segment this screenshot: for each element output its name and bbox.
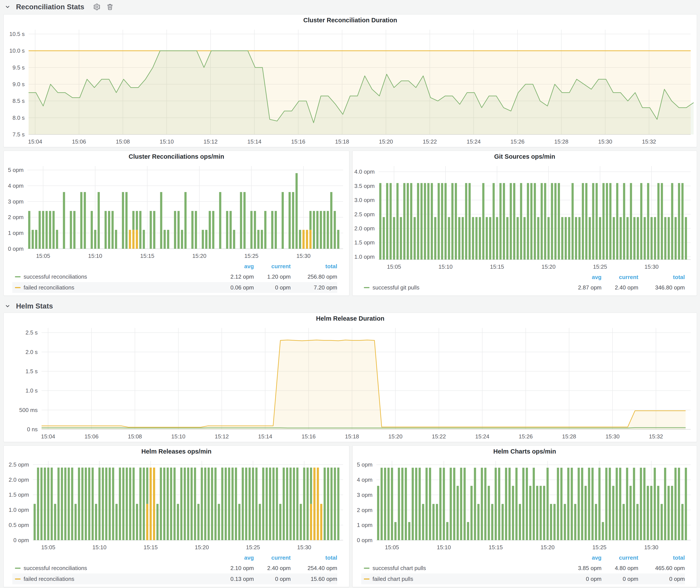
- svg-text:15:12: 15:12: [203, 138, 218, 145]
- legend-series-label[interactable]: successful reconciliations: [24, 273, 87, 280]
- svg-text:15:24: 15:24: [467, 138, 481, 145]
- legend-value-avg: 0.13 opm: [213, 576, 254, 582]
- svg-text:15:30: 15:30: [605, 433, 619, 440]
- svg-text:15:25: 15:25: [244, 253, 258, 259]
- svg-text:3 opm: 3 opm: [8, 198, 24, 205]
- panel-title[interactable]: Git Sources ops/min: [353, 151, 697, 162]
- svg-text:15:18: 15:18: [345, 433, 359, 440]
- legend-series-label[interactable]: failed chart pulls: [373, 576, 413, 582]
- svg-text:9.5 s: 9.5 s: [13, 64, 25, 71]
- legend-series-label[interactable]: failed reconciliations: [24, 576, 74, 582]
- chevron-down-icon[interactable]: [5, 4, 10, 10]
- legend-value-current: 2.40 opm: [602, 284, 638, 291]
- legend-value-avg: 3.85 opm: [560, 565, 602, 572]
- svg-text:0 opm: 0 opm: [357, 537, 373, 543]
- legend-row[interactable]: successful chart pulls3.85 opm4.80 opm46…: [361, 563, 685, 573]
- legend-row[interactable]: successful reconciliations2.12 opm1.20 o…: [12, 271, 337, 282]
- legend-column-total[interactable]: total: [291, 263, 337, 270]
- section-helm-stats[interactable]: Helm Stats: [5, 301, 53, 311]
- section-reconciliation-stats[interactable]: Reconciliation Stats: [5, 2, 114, 12]
- svg-text:15:30: 15:30: [598, 138, 612, 145]
- legend-series-label[interactable]: successful chart pulls: [373, 565, 426, 572]
- legend-column-current[interactable]: current: [602, 554, 638, 561]
- legend-series-label[interactable]: successful git pulls: [373, 284, 419, 291]
- panel-title[interactable]: Cluster Reconciliation Duration: [4, 15, 697, 26]
- svg-text:10.5 s: 10.5 s: [9, 31, 25, 37]
- svg-text:3.5 opm: 3.5 opm: [354, 183, 375, 189]
- svg-text:15:10: 15:10: [160, 138, 174, 145]
- series-color-swatch-icon: [364, 568, 369, 569]
- legend-helm-charts: avgcurrenttotalsuccessful chart pulls3.8…: [353, 553, 697, 587]
- legend-git-sources: avgcurrenttotalsuccessful git pulls2.87 …: [353, 272, 697, 296]
- legend-column-current[interactable]: current: [254, 554, 291, 561]
- chart-helm-charts-ops[interactable]: 5 opm4 opm3 opm2 opm1 opm0 opm15:0515:10…: [353, 457, 697, 553]
- chart-cluster-reconciliation-duration[interactable]: 10.5 s10.0 s9.5 s9.0 s8.5 s8.0 s7.5 s15:…: [4, 26, 697, 147]
- svg-text:2 opm: 2 opm: [357, 507, 373, 513]
- legend-value-avg: 2.87 opm: [560, 284, 602, 291]
- chart-helm-release-duration[interactable]: 2.5 s2.0 s1.5 s1.0 s500 ms0 ns15:0415:06…: [4, 324, 697, 442]
- legend-column-total[interactable]: total: [638, 554, 685, 561]
- chevron-down-icon[interactable]: [5, 303, 10, 309]
- svg-text:15:32: 15:32: [642, 138, 656, 145]
- panel-title[interactable]: Helm Releases ops/min: [4, 446, 349, 457]
- svg-text:15:10: 15:10: [92, 544, 106, 551]
- legend-series-label[interactable]: failed reconciliations: [24, 284, 74, 291]
- svg-text:15:16: 15:16: [291, 138, 305, 145]
- legend-row[interactable]: failed reconciliations0.13 opm0 opm15.60…: [12, 573, 337, 584]
- trash-icon[interactable]: [106, 3, 114, 11]
- legend-column-avg[interactable]: avg: [213, 554, 254, 561]
- legend-column-avg[interactable]: avg: [560, 554, 602, 561]
- svg-text:15:30: 15:30: [644, 544, 658, 551]
- svg-text:15:32: 15:32: [649, 433, 663, 440]
- svg-text:15:08: 15:08: [128, 433, 142, 440]
- legend-value-current: 1.20 opm: [254, 273, 291, 280]
- section-title[interactable]: Reconciliation Stats: [16, 3, 84, 11]
- chart-helm-releases-ops[interactable]: 2.5 opm2.0 opm1.5 opm1.0 opm0.5 opm0 opm…: [4, 457, 349, 553]
- svg-text:15:25: 15:25: [246, 544, 260, 551]
- svg-text:15:16: 15:16: [302, 433, 316, 440]
- section-title[interactable]: Helm Stats: [16, 302, 53, 310]
- legend-column-avg[interactable]: avg: [560, 274, 602, 281]
- svg-text:15:10: 15:10: [88, 253, 102, 259]
- gear-icon[interactable]: [93, 3, 101, 11]
- svg-text:5 opm: 5 opm: [8, 167, 24, 173]
- chart-cluster-reconciliations-ops[interactable]: 5 opm4 opm3 opm2 opm1 opm0 opm15:0515:10…: [4, 162, 349, 261]
- svg-text:15:10: 15:10: [171, 433, 185, 440]
- svg-text:1.0 opm: 1.0 opm: [9, 507, 29, 513]
- svg-text:2 opm: 2 opm: [8, 214, 24, 220]
- panel-title[interactable]: Helm Release Duration: [4, 313, 697, 324]
- svg-text:15:04: 15:04: [41, 433, 55, 440]
- legend-series-label[interactable]: successful reconciliations: [24, 565, 87, 572]
- legend-row[interactable]: failed chart pulls0 opm0 opm0 opm: [361, 573, 685, 584]
- legend-row[interactable]: successful git pulls2.87 opm2.40 opm346.…: [361, 282, 685, 293]
- legend-column-avg[interactable]: avg: [213, 263, 254, 270]
- svg-text:1.5 opm: 1.5 opm: [9, 491, 29, 498]
- svg-text:1 opm: 1 opm: [8, 230, 24, 236]
- svg-text:15:15: 15:15: [144, 544, 158, 551]
- svg-text:15:05: 15:05: [387, 263, 401, 270]
- legend-value-total: 465.60 opm: [638, 565, 685, 572]
- svg-text:15:30: 15:30: [645, 263, 659, 270]
- legend-column-total[interactable]: total: [291, 554, 337, 561]
- legend-helm-releases: avgcurrenttotalsuccessful reconciliation…: [4, 553, 349, 587]
- legend-row[interactable]: failed reconciliations0.06 opm0 opm7.20 …: [12, 282, 337, 293]
- panel-title[interactable]: Helm Charts ops/min: [353, 446, 697, 457]
- legend-value-total: 15.60 opm: [291, 576, 337, 582]
- legend-row[interactable]: successful reconciliations2.10 opm2.40 o…: [12, 563, 337, 573]
- svg-text:15:10: 15:10: [437, 544, 451, 551]
- svg-text:15:28: 15:28: [554, 138, 568, 145]
- legend-column-total[interactable]: total: [638, 274, 685, 281]
- legend-header-row: avgcurrenttotal: [361, 553, 685, 563]
- legend-value-current: 0 opm: [254, 284, 291, 291]
- legend-column-current[interactable]: current: [602, 274, 638, 281]
- chart-git-sources-ops[interactable]: 4.0 opm3.5 opm3.0 opm2.5 opm2.0 opm1.5 o…: [353, 162, 697, 272]
- legend-cluster-reconciliations: avgcurrenttotalsuccessful reconciliation…: [4, 261, 349, 296]
- panel-title[interactable]: Cluster Reconciliations ops/min: [4, 151, 349, 162]
- panel-helm-releases-ops: Helm Releases ops/min 2.5 opm2.0 opm1.5 …: [3, 446, 349, 587]
- series-color-swatch-icon: [15, 287, 21, 288]
- svg-text:15:14: 15:14: [247, 138, 261, 145]
- legend-value-avg: 2.10 opm: [213, 565, 254, 572]
- legend-column-current[interactable]: current: [254, 263, 291, 270]
- panel-helm-charts-ops: Helm Charts ops/min 5 opm4 opm3 opm2 opm…: [352, 446, 697, 587]
- legend-value-total: 254.40 opm: [291, 565, 337, 572]
